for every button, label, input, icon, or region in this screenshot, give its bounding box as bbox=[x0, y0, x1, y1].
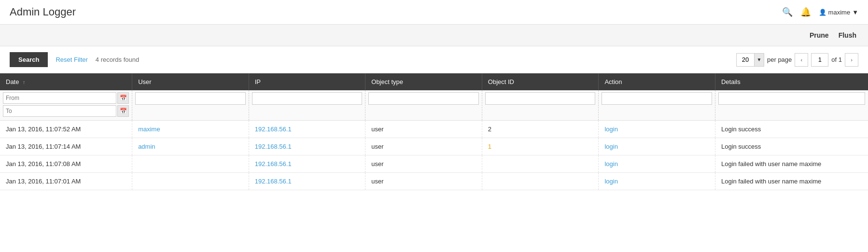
pagination: ▼ per page ‹ of 1 › bbox=[736, 53, 858, 67]
header-right: 🔍 🔔 👤 maxime ▼ bbox=[782, 7, 858, 17]
per-page-label: per page bbox=[767, 56, 792, 63]
col-date-label: Date bbox=[6, 78, 19, 85]
cell-object-type: user bbox=[365, 173, 482, 190]
per-page-dropdown-icon[interactable]: ▼ bbox=[754, 54, 764, 66]
cell-object-id bbox=[482, 173, 599, 190]
cell-details: Login failed with user name maxime bbox=[715, 173, 868, 190]
table-row: Jan 13, 2016, 11:07:14 AMadmin192.168.56… bbox=[0, 138, 868, 155]
date-from-calendar-icon[interactable]: 📅 bbox=[117, 92, 129, 104]
user-link[interactable]: maxime bbox=[138, 126, 160, 133]
cell-object-type: user bbox=[365, 138, 482, 155]
search-bar: Search Reset Filter 4 records found ▼ pe… bbox=[0, 46, 868, 73]
table-row: Jan 13, 2016, 11:07:08 AM192.168.56.1use… bbox=[0, 155, 868, 173]
filter-ip bbox=[249, 90, 365, 121]
filter-object-id bbox=[482, 90, 599, 121]
next-page-button[interactable]: › bbox=[845, 53, 858, 67]
col-user[interactable]: User bbox=[132, 73, 249, 90]
cell-date: Jan 13, 2016, 11:07:08 AM bbox=[0, 155, 132, 173]
bell-icon[interactable]: 🔔 bbox=[800, 7, 811, 17]
cell-user bbox=[132, 173, 249, 190]
col-object-id[interactable]: Object ID bbox=[482, 73, 599, 90]
dropdown-arrow-icon: ▼ bbox=[852, 9, 858, 16]
page-number-input[interactable] bbox=[811, 53, 828, 67]
object-type-filter-input[interactable] bbox=[368, 92, 479, 105]
cell-user[interactable]: maxime bbox=[132, 121, 249, 138]
date-from-input[interactable] bbox=[3, 92, 116, 104]
app-title: Admin Logger bbox=[10, 6, 76, 18]
col-details-label: Details bbox=[721, 78, 741, 85]
prune-button[interactable]: Prune bbox=[810, 31, 829, 39]
log-table: Date ↑ User IP Object type Object ID Act… bbox=[0, 73, 868, 190]
cell-object-type: user bbox=[365, 121, 482, 138]
col-object-type[interactable]: Object type bbox=[365, 73, 482, 90]
col-object-id-label: Object ID bbox=[488, 78, 514, 85]
filter-object-type bbox=[365, 90, 482, 121]
col-ip[interactable]: IP bbox=[249, 73, 365, 90]
cell-ip[interactable]: 192.168.56.1 bbox=[249, 138, 365, 155]
object-id-link[interactable]: 1 bbox=[488, 143, 491, 150]
col-action-label: Action bbox=[604, 78, 622, 85]
col-details[interactable]: Details bbox=[715, 73, 868, 90]
object-id-filter-input[interactable] bbox=[485, 92, 596, 105]
ip-link[interactable]: 192.168.56.1 bbox=[255, 178, 292, 185]
cell-action[interactable]: login bbox=[599, 155, 715, 173]
filter-date: 📅 📅 bbox=[0, 90, 132, 121]
col-action[interactable]: Action bbox=[599, 73, 715, 90]
username-label: maxime bbox=[828, 9, 851, 16]
filter-action bbox=[599, 90, 715, 121]
cell-action[interactable]: login bbox=[599, 121, 715, 138]
cell-object-id: 2 bbox=[482, 121, 599, 138]
search-button[interactable]: Search bbox=[10, 52, 48, 67]
action-link[interactable]: login bbox=[604, 160, 617, 168]
col-ip-label: IP bbox=[255, 78, 261, 85]
cell-details: Login success bbox=[715, 121, 868, 138]
table-row: Jan 13, 2016, 11:07:52 AMmaxime192.168.5… bbox=[0, 121, 868, 138]
table-header-row: Date ↑ User IP Object type Object ID Act… bbox=[0, 73, 868, 90]
col-date[interactable]: Date ↑ bbox=[0, 73, 132, 90]
col-object-type-label: Object type bbox=[371, 78, 403, 85]
ip-link[interactable]: 192.168.56.1 bbox=[255, 160, 292, 168]
sort-arrow-icon: ↑ bbox=[23, 79, 26, 85]
cell-object-id[interactable]: 1 bbox=[482, 138, 599, 155]
date-from-wrap: 📅 bbox=[3, 92, 129, 104]
flush-button[interactable]: Flush bbox=[839, 31, 856, 39]
cell-action[interactable]: login bbox=[599, 173, 715, 190]
filter-row: 📅 📅 bbox=[0, 90, 868, 121]
date-to-calendar-icon[interactable]: 📅 bbox=[117, 105, 129, 117]
reset-filter-link[interactable]: Reset Filter bbox=[56, 56, 87, 63]
prev-page-button[interactable]: ‹ bbox=[795, 53, 808, 67]
action-link[interactable]: login bbox=[604, 178, 617, 185]
ip-link[interactable]: 192.168.56.1 bbox=[255, 126, 292, 133]
search-icon[interactable]: 🔍 bbox=[782, 7, 793, 17]
cell-ip[interactable]: 192.168.56.1 bbox=[249, 173, 365, 190]
records-found: 4 records found bbox=[96, 56, 139, 63]
cell-user[interactable]: admin bbox=[132, 138, 249, 155]
ip-filter-input[interactable] bbox=[252, 92, 363, 105]
toolbar: Prune Flush bbox=[0, 25, 868, 46]
filter-details bbox=[715, 90, 868, 121]
cell-object-id bbox=[482, 155, 599, 173]
cell-action[interactable]: login bbox=[599, 138, 715, 155]
cell-object-type: user bbox=[365, 155, 482, 173]
action-link[interactable]: login bbox=[604, 143, 617, 150]
cell-date: Jan 13, 2016, 11:07:14 AM bbox=[0, 138, 132, 155]
col-user-label: User bbox=[138, 78, 151, 85]
cell-ip[interactable]: 192.168.56.1 bbox=[249, 121, 365, 138]
table-container: Date ↑ User IP Object type Object ID Act… bbox=[0, 73, 868, 190]
action-link[interactable]: login bbox=[604, 126, 617, 133]
action-filter-input[interactable] bbox=[602, 92, 712, 105]
user-icon: 👤 bbox=[819, 9, 826, 16]
cell-details: Login failed with user name maxime bbox=[715, 155, 868, 173]
user-link[interactable]: admin bbox=[138, 143, 155, 150]
user-filter-input[interactable] bbox=[135, 92, 246, 105]
date-to-wrap: 📅 bbox=[3, 105, 129, 117]
page-of-label: of 1 bbox=[831, 56, 842, 63]
date-to-input[interactable] bbox=[3, 105, 116, 117]
details-filter-input[interactable] bbox=[718, 92, 865, 105]
per-page-select[interactable]: ▼ bbox=[736, 53, 764, 67]
cell-ip[interactable]: 192.168.56.1 bbox=[249, 155, 365, 173]
ip-link[interactable]: 192.168.56.1 bbox=[255, 143, 292, 150]
cell-details: Login success bbox=[715, 138, 868, 155]
per-page-input[interactable] bbox=[737, 54, 754, 66]
user-menu[interactable]: 👤 maxime ▼ bbox=[819, 9, 858, 16]
